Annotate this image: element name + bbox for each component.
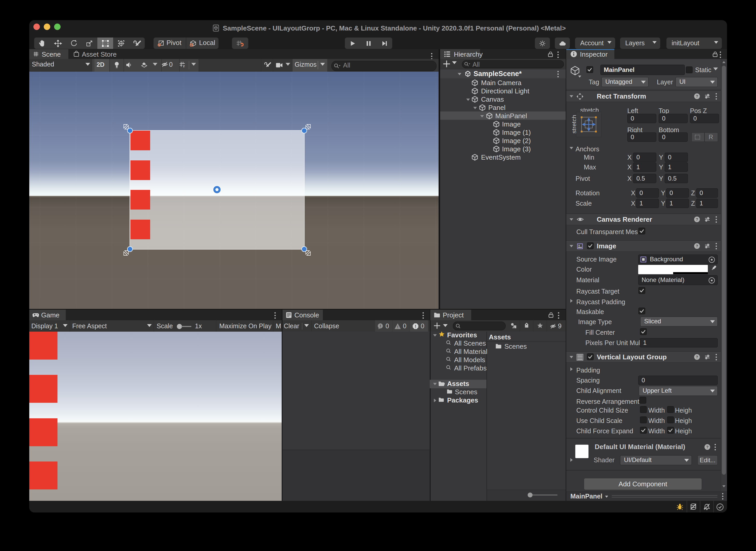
svg-text:!: ! (397, 325, 399, 329)
svg-text:?: ? (696, 244, 698, 248)
svg-text:Y: Y (183, 65, 185, 68)
svg-text:?: ? (696, 94, 698, 98)
svg-text:!: ! (681, 506, 682, 510)
svg-text:?: ? (696, 217, 698, 221)
svg-text:!: ! (415, 324, 416, 329)
svg-text:?: ? (696, 355, 698, 359)
svg-text:?: ? (706, 445, 708, 449)
svg-text:!: ! (380, 324, 381, 328)
